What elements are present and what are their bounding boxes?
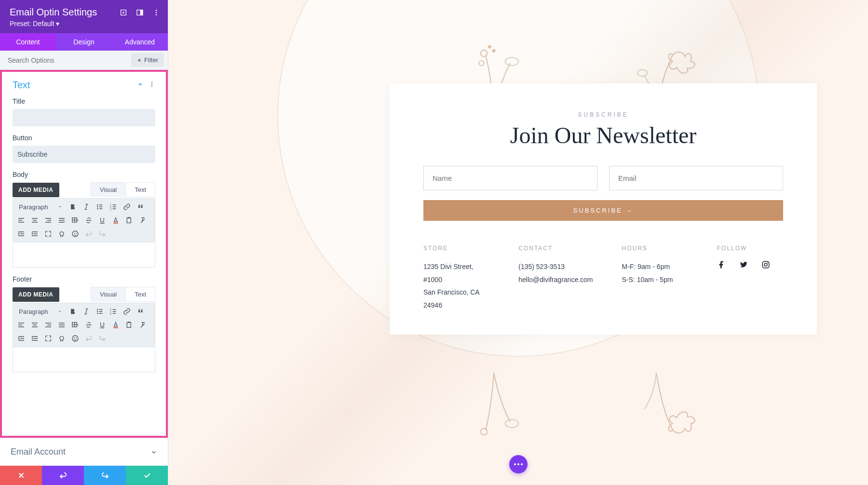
name-input[interactable] <box>423 166 597 190</box>
align-left-icon[interactable] <box>15 214 27 227</box>
cancel-button[interactable] <box>0 466 42 485</box>
builder-fab[interactable] <box>509 455 528 473</box>
tab-content[interactable]: Content <box>0 33 56 51</box>
bold-icon[interactable] <box>67 201 79 213</box>
settings-sidebar: Email Optin Settings Preset: Default ▾ C… <box>0 0 168 485</box>
table-icon[interactable] <box>69 214 81 227</box>
kebab-icon[interactable] <box>152 9 160 18</box>
ol-icon[interactable]: 123 <box>107 201 120 213</box>
body-editor[interactable] <box>13 242 155 268</box>
chevron-up-icon[interactable] <box>137 81 144 90</box>
redo-button[interactable] <box>84 466 126 485</box>
store-column: STORE 1235 Divi Street, #1000 San Franci… <box>423 245 489 311</box>
italic-icon[interactable] <box>80 201 93 213</box>
underline-icon[interactable] <box>96 214 108 227</box>
undo-icon[interactable] <box>82 228 95 240</box>
quote-icon[interactable] <box>134 201 147 213</box>
visual-tab-body[interactable]: Visual <box>91 182 125 197</box>
text-tab-body[interactable]: Text <box>125 182 155 197</box>
strike-icon[interactable] <box>82 319 95 331</box>
clear-format-icon[interactable] <box>136 214 149 227</box>
svg-point-5 <box>156 14 157 15</box>
responsive-icon[interactable] <box>120 9 127 18</box>
justify-icon[interactable] <box>55 319 68 331</box>
filter-button[interactable]: Filter <box>131 53 164 67</box>
clear-format-icon[interactable] <box>136 319 149 331</box>
table-icon[interactable] <box>69 319 81 331</box>
svg-rect-16 <box>113 223 118 224</box>
title-input[interactable] <box>13 109 155 126</box>
preset-selector[interactable]: Preset: Default ▾ <box>10 20 158 27</box>
instagram-icon[interactable] <box>761 260 770 271</box>
align-center-icon[interactable] <box>28 214 41 227</box>
email-account-section[interactable]: Email Account <box>0 438 168 466</box>
tab-advanced[interactable]: Advanced <box>112 33 168 51</box>
special-char-icon[interactable] <box>55 228 68 240</box>
paragraph-select-footer[interactable]: Paragraph <box>15 305 66 318</box>
justify-icon[interactable] <box>55 214 68 227</box>
visual-tab-footer[interactable]: Visual <box>91 287 125 302</box>
svg-point-3 <box>156 10 157 11</box>
settings-tabs: Content Design Advanced <box>0 33 168 51</box>
italic-icon[interactable] <box>80 305 93 318</box>
footer-editor[interactable] <box>13 347 155 372</box>
chevron-down-icon <box>150 449 157 456</box>
ul-icon[interactable] <box>94 305 106 318</box>
ul-icon[interactable] <box>94 201 106 213</box>
paragraph-select[interactable]: Paragraph <box>15 201 66 213</box>
outdent-icon[interactable] <box>15 228 27 240</box>
redo-icon[interactable] <box>96 332 108 345</box>
svg-point-8 <box>151 85 152 86</box>
tab-design[interactable]: Design <box>56 33 112 51</box>
add-media-button-body[interactable]: ADD MEDIA <box>13 183 59 197</box>
add-media-button-footer[interactable]: ADD MEDIA <box>13 287 59 302</box>
indent-icon[interactable] <box>28 332 41 345</box>
svg-point-32 <box>72 336 78 341</box>
svg-rect-17 <box>127 218 131 223</box>
paste-icon[interactable] <box>123 214 136 227</box>
link-icon[interactable] <box>121 305 133 318</box>
align-right-icon[interactable] <box>42 319 54 331</box>
fullscreen-icon[interactable] <box>42 228 54 240</box>
underline-icon[interactable] <box>96 319 108 331</box>
panel-icon[interactable] <box>136 9 144 18</box>
redo-icon[interactable] <box>96 228 108 240</box>
paste-icon[interactable] <box>123 319 136 331</box>
hours-column: HOURS M-F: 9am - 6pm S-S: 10am - 5pm <box>622 245 688 311</box>
section-kebab-icon[interactable] <box>149 81 155 90</box>
text-color-icon[interactable] <box>109 319 122 331</box>
button-text-input[interactable] <box>13 146 155 163</box>
bold-icon[interactable] <box>67 305 79 318</box>
save-button[interactable] <box>126 466 168 485</box>
indent-icon[interactable] <box>28 228 41 240</box>
svg-point-11 <box>97 208 98 210</box>
facebook-icon[interactable] <box>717 260 726 271</box>
section-title-text: Text <box>13 80 30 91</box>
outdent-icon[interactable] <box>15 332 27 345</box>
svg-point-39 <box>492 49 496 53</box>
align-center-icon[interactable] <box>28 319 41 331</box>
fullscreen-icon[interactable] <box>42 332 54 345</box>
email-input[interactable] <box>609 166 783 190</box>
emoji-icon[interactable] <box>69 332 81 345</box>
svg-point-0 <box>122 12 124 13</box>
search-input[interactable] <box>0 52 131 69</box>
strike-icon[interactable] <box>82 214 95 227</box>
special-char-icon[interactable] <box>55 332 68 345</box>
link-icon[interactable] <box>121 201 133 213</box>
align-left-icon[interactable] <box>15 319 27 331</box>
svg-point-4 <box>156 12 157 13</box>
twitter-icon[interactable] <box>739 260 748 271</box>
emoji-icon[interactable] <box>69 228 81 240</box>
svg-text:3: 3 <box>110 208 111 211</box>
text-tab-footer[interactable]: Text <box>125 287 155 302</box>
text-color-icon[interactable] <box>109 214 122 227</box>
undo-icon[interactable] <box>82 332 95 345</box>
quote-icon[interactable] <box>134 305 147 318</box>
align-right-icon[interactable] <box>42 214 54 227</box>
svg-point-34 <box>76 337 77 338</box>
undo-button[interactable] <box>42 466 84 485</box>
ol-icon[interactable]: 123 <box>107 305 120 318</box>
footer-label: Footer <box>13 275 155 283</box>
subscribe-button[interactable]: SUBSCRIBE → <box>423 200 783 221</box>
